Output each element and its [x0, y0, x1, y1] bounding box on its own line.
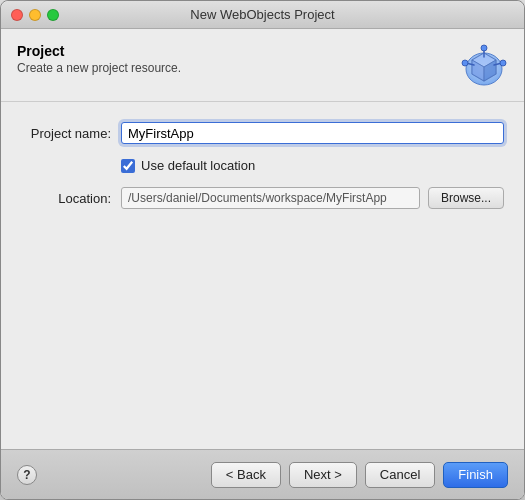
form-area: Project name: Use default location Locat… [1, 102, 524, 449]
bottom-left: ? [17, 465, 37, 485]
help-button[interactable]: ? [17, 465, 37, 485]
svg-point-8 [481, 45, 487, 51]
browse-button[interactable]: Browse... [428, 187, 504, 209]
finish-button[interactable]: Finish [443, 462, 508, 488]
main-window: New WebObjects Project Project Create a … [0, 0, 525, 500]
page-subtitle: Create a new project resource. [17, 61, 181, 75]
header-section: Project Create a new project resource. [1, 29, 524, 102]
bottom-right: < Back Next > Cancel Finish [211, 462, 508, 488]
close-button[interactable] [11, 9, 23, 21]
page-title: Project [17, 43, 181, 59]
use-default-location-row: Use default location [121, 158, 504, 173]
project-name-input[interactable] [121, 122, 504, 144]
back-button[interactable]: < Back [211, 462, 281, 488]
window-title: New WebObjects Project [190, 7, 334, 22]
location-label: Location: [21, 191, 121, 206]
webobjects-icon [460, 43, 508, 91]
traffic-lights [11, 9, 59, 21]
cancel-button[interactable]: Cancel [365, 462, 435, 488]
use-default-location-label: Use default location [141, 158, 255, 173]
next-button[interactable]: Next > [289, 462, 357, 488]
header-text: Project Create a new project resource. [17, 43, 181, 75]
location-row: Location: Browse... [21, 187, 504, 209]
svg-point-10 [500, 60, 506, 66]
maximize-button[interactable] [47, 9, 59, 21]
project-name-label: Project name: [21, 126, 121, 141]
title-bar: New WebObjects Project [1, 1, 524, 29]
svg-point-9 [462, 60, 468, 66]
minimize-button[interactable] [29, 9, 41, 21]
use-default-location-checkbox[interactable] [121, 159, 135, 173]
bottom-bar: ? < Back Next > Cancel Finish [1, 449, 524, 499]
location-input[interactable] [121, 187, 420, 209]
header-icon [460, 43, 508, 91]
content-area: Project Create a new project resource. [1, 29, 524, 499]
project-name-row: Project name: [21, 122, 504, 144]
